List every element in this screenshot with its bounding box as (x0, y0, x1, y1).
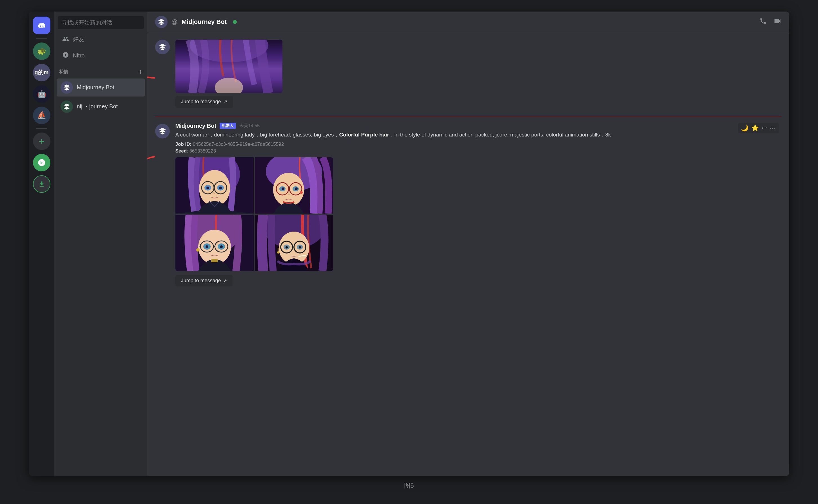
msg1-avatar (155, 40, 170, 54)
nitro-icon (62, 51, 69, 60)
red-arrow-1 (147, 55, 158, 84)
red-arrow-2 (147, 151, 161, 187)
nitro-label: Nitro (73, 52, 85, 59)
msg-text-part3: ，in the style of dynamic and action-pack… (389, 132, 611, 138)
star-reaction-icon[interactable]: ⭐ (751, 124, 759, 132)
jump-to-message-button-2[interactable]: Jump to message ↗ (175, 275, 232, 286)
search-input[interactable]: 寻找或开始新的对话 (58, 16, 144, 29)
icon-rail: 🐢 g的m 🤖 ⛵ ＋ (29, 12, 54, 476)
rail-divider-1 (36, 38, 47, 39)
discord-home-button[interactable] (33, 17, 50, 34)
svg-point-14 (206, 187, 209, 189)
msg2-avatar (155, 124, 170, 138)
svg-point-48 (285, 246, 288, 248)
msg2-content: 🌙 ⭐ ↩ ⋯ Midjourney Bot 机器人 今天14:55 A coo… (175, 123, 781, 287)
more-options-icon[interactable]: ⋯ (770, 124, 776, 132)
svg-point-4 (215, 78, 243, 93)
new-messages-separator (155, 117, 781, 117)
message-actions-2: 🌙 ⭐ ↩ ⋯ (738, 123, 779, 133)
sidebar-item-midjourney-bot[interactable]: Midjourney Bot (57, 79, 145, 97)
svg-point-52 (277, 251, 279, 254)
at-symbol: @ (171, 18, 178, 26)
jump-to-message-button-1[interactable]: Jump to message ↗ (175, 96, 233, 108)
midjourney-bot-avatar (61, 81, 73, 94)
top-partial-image (175, 40, 282, 93)
msg2-bot-badge: 机器人 (220, 123, 236, 129)
server-gm-icon[interactable]: g的m (33, 64, 50, 81)
image-cell-3[interactable] (175, 215, 254, 271)
svg-point-36 (205, 245, 208, 248)
svg-point-49 (299, 246, 301, 248)
top-image-overlay (175, 40, 282, 93)
external-link-icon-1: ↗ (223, 99, 227, 105)
rail-divider-2 (36, 128, 47, 129)
chat-header-bot-name: Midjourney Bot (182, 18, 227, 26)
msg2-header: Midjourney Bot 机器人 今天14:55 (175, 123, 781, 129)
add-dm-button[interactable]: + (138, 68, 142, 76)
midjourney-bot-name: Midjourney Bot (77, 84, 114, 91)
msg2-seed: Seed: 3653380223 (175, 148, 781, 154)
image-cell-2[interactable] (255, 157, 333, 214)
image-grid-2 (175, 157, 333, 271)
msg2-job-id: Job ID: 045625a7-c3c3-4855-919e-a67da561… (175, 142, 781, 147)
svg-point-37 (220, 245, 223, 248)
message-group-2: 🌙 ⭐ ↩ ⋯ Midjourney Bot 机器人 今天14:55 A coo… (155, 123, 781, 287)
svg-point-15 (219, 187, 222, 189)
image-cell-1[interactable] (175, 157, 254, 214)
chat-header: @ Midjourney Bot (147, 12, 789, 33)
reply-icon[interactable]: ↩ (762, 124, 767, 132)
svg-point-25 (295, 187, 298, 190)
header-actions (759, 17, 781, 27)
add-server-button[interactable]: ＋ (33, 133, 50, 150)
chat-header-avatar (155, 16, 167, 28)
sidebar-item-niji-bot[interactable]: niji・journey Bot (57, 98, 145, 116)
sidebar: 寻找或开始新的对话 好友 Nitro 私信 + (54, 12, 147, 476)
moon-reaction-icon[interactable]: 🌙 (741, 124, 748, 132)
video-call-icon[interactable] (774, 17, 781, 27)
external-link-icon-2: ↗ (223, 278, 227, 283)
footer-label: 图5 (404, 481, 414, 493)
svg-rect-51 (303, 255, 306, 256)
sidebar-item-friends[interactable]: 好友 (57, 32, 145, 47)
svg-point-38 (196, 248, 200, 252)
main-chat-area: @ Midjourney Bot (147, 12, 789, 476)
friends-icon (62, 35, 69, 44)
call-icon[interactable] (759, 17, 767, 27)
msg-text-part1: A cool woman，domineering lady，big forehe… (175, 132, 339, 138)
chat-messages-container: Jump to message ↗ (147, 33, 789, 476)
image-cell-4[interactable] (255, 215, 333, 271)
svg-point-24 (281, 187, 284, 190)
sidebar-item-nitro[interactable]: Nitro (57, 48, 145, 63)
svg-point-1 (41, 162, 43, 164)
online-status-dot (233, 20, 237, 24)
explore-button[interactable] (33, 154, 50, 171)
server-turtle-icon[interactable]: 🐢 (33, 42, 50, 60)
server-ai-icon[interactable]: 🤖 (33, 85, 50, 103)
msg2-text: A cool woman，domineering lady，big forehe… (175, 131, 781, 139)
niji-bot-avatar (61, 100, 73, 113)
download-button[interactable] (33, 175, 50, 193)
msg1-content: Jump to message ↗ (175, 39, 781, 108)
message-group-1: Jump to message ↗ (155, 39, 781, 108)
niji-bot-name: niji・journey Bot (77, 103, 118, 110)
msg-text-highlight: Colorful Purple hair (339, 132, 389, 138)
svg-rect-39 (211, 259, 218, 262)
svg-point-26 (300, 191, 303, 194)
msg2-username: Midjourney Bot (175, 123, 216, 129)
server-boat-icon[interactable]: ⛵ (33, 107, 50, 124)
dm-section-header: 私信 + (54, 64, 147, 78)
msg2-time: 今天14:55 (239, 123, 260, 129)
friends-label: 好友 (73, 36, 84, 43)
